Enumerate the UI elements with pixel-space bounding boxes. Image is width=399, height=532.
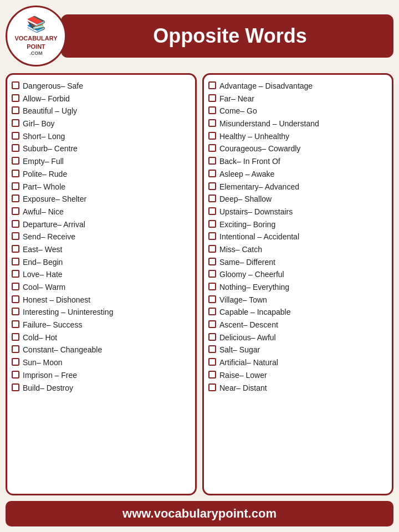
list-item: Honest – Dishonest	[12, 294, 191, 306]
word-pair: End– Begin	[23, 257, 63, 269]
header: 📚 VOCABULARY POINT .COM Opposite Words	[6, 6, 393, 66]
list-item: Misunderstand – Understand	[208, 118, 387, 130]
checkbox-icon	[12, 333, 19, 341]
checkbox-icon	[208, 358, 216, 366]
checkbox-icon	[12, 182, 19, 190]
list-item: Courageous– Cowardly	[208, 143, 387, 155]
checkbox-icon	[12, 144, 19, 152]
word-pair: Salt– Sugar	[219, 344, 260, 356]
checkbox-icon	[12, 371, 19, 378]
list-item: Part– Whole	[12, 181, 191, 193]
checkbox-icon	[208, 170, 216, 177]
list-item: Same– Different	[208, 257, 387, 269]
content-area: Dangerous– SafeAllow– ForbidBeautiful – …	[6, 73, 393, 495]
word-pair: Capable – Incapable	[219, 306, 290, 319]
checkbox-icon	[208, 308, 216, 315]
word-pair: Deep– Shallow	[219, 193, 272, 206]
list-item: Interesting – Uninteresting	[12, 306, 191, 319]
footer: www.vocabularypoint.com	[6, 501, 393, 526]
checkbox-icon	[12, 207, 19, 215]
word-pair: Girl– Boy	[23, 118, 55, 130]
word-pair: Build– Destroy	[23, 382, 73, 395]
list-item: Advantage – Disadvantage	[208, 80, 387, 93]
word-pair: Exposure– Shelter	[23, 193, 86, 206]
list-item: Constant– Changeable	[12, 344, 191, 356]
checkbox-icon	[208, 81, 216, 89]
checkbox-icon	[208, 295, 216, 303]
checkbox-icon	[12, 345, 19, 353]
checkbox-icon	[208, 245, 216, 253]
list-item: Elementary– Advanced	[208, 181, 387, 193]
word-pair: Healthy – Unhealthy	[219, 131, 289, 143]
word-pair: Imprison – Free	[23, 370, 77, 382]
list-item: Village– Town	[208, 294, 387, 306]
word-pair: Failure– Success	[23, 319, 82, 331]
checkbox-icon	[208, 119, 216, 127]
checkbox-icon	[12, 358, 19, 366]
list-item: Delicious– Awful	[208, 332, 387, 344]
checkbox-icon	[12, 81, 19, 89]
checkbox-icon	[208, 283, 216, 290]
word-pair: Advantage – Disadvantage	[219, 80, 313, 93]
word-pair: Beautiful – Ugly	[23, 105, 77, 117]
list-item: Short– Long	[12, 131, 191, 143]
word-pair: Polite– Rude	[23, 168, 67, 181]
right-column: Advantage – DisadvantageFar– NearCome– G…	[202, 73, 393, 495]
list-item: Polite– Rude	[12, 168, 191, 181]
footer-url: www.vocabularypoint.com	[122, 507, 277, 520]
list-item: Miss– Catch	[208, 244, 387, 256]
checkbox-icon	[12, 245, 19, 253]
list-item: Dangerous– Safe	[12, 80, 191, 93]
list-item: End– Begin	[12, 257, 191, 269]
checkbox-icon	[12, 220, 19, 228]
list-item: East– West	[12, 244, 191, 256]
logo-icon: 📚	[27, 15, 46, 33]
word-pair: Interesting – Uninteresting	[23, 306, 113, 319]
word-pair: Artificial– Natural	[219, 357, 278, 369]
checkbox-icon	[12, 295, 19, 303]
list-item: Cold– Hot	[12, 332, 191, 344]
word-pair: Part– Whole	[23, 181, 65, 193]
word-pair: Suburb– Centre	[23, 143, 78, 155]
word-pair: East– West	[23, 244, 62, 256]
list-item: Build– Destroy	[12, 382, 191, 395]
list-item: Intentional – Accidental	[208, 231, 387, 243]
list-item: Far– Near	[208, 93, 387, 105]
logo: 📚 VOCABULARY POINT .COM	[6, 6, 66, 66]
word-pair: Courageous– Cowardly	[219, 143, 300, 155]
checkbox-icon	[12, 119, 19, 127]
word-pair: Cold– Hot	[23, 332, 57, 344]
word-pair: Sun– Moon	[23, 357, 63, 369]
word-pair: Empty– Full	[23, 156, 64, 168]
word-pair: Village– Town	[219, 294, 267, 306]
list-item: Capable – Incapable	[208, 306, 387, 319]
checkbox-icon	[12, 94, 19, 102]
list-item: Asleep – Awake	[208, 168, 387, 181]
checkbox-icon	[12, 308, 19, 315]
checkbox-icon	[208, 106, 216, 114]
word-pair: Gloomy – Cheerful	[219, 269, 284, 281]
list-item: Failure– Success	[12, 319, 191, 331]
checkbox-icon	[12, 283, 19, 290]
checkbox-icon	[208, 320, 216, 328]
checkbox-icon	[208, 144, 216, 152]
word-pair: Intentional – Accidental	[219, 231, 299, 243]
list-item: Love– Hate	[12, 269, 191, 281]
list-item: Exciting– Boring	[208, 219, 387, 231]
checkbox-icon	[208, 258, 216, 265]
list-item: Departure– Arrival	[12, 219, 191, 231]
word-pair: Nothing– Everything	[219, 282, 289, 294]
list-item: Back– In Front Of	[208, 156, 387, 168]
title-box: Opposite Words	[61, 14, 393, 58]
checkbox-icon	[208, 345, 216, 353]
checkbox-icon	[12, 232, 19, 240]
word-pair: Allow– Forbid	[23, 93, 70, 105]
list-item: Come– Go	[208, 105, 387, 117]
checkbox-icon	[208, 94, 216, 102]
list-item: Sun– Moon	[12, 357, 191, 369]
checkbox-icon	[208, 182, 216, 190]
word-pair: Honest – Dishonest	[23, 294, 90, 306]
word-pair: Misunderstand – Understand	[219, 118, 319, 130]
checkbox-icon	[208, 383, 216, 391]
list-item: Gloomy – Cheerful	[208, 269, 387, 281]
